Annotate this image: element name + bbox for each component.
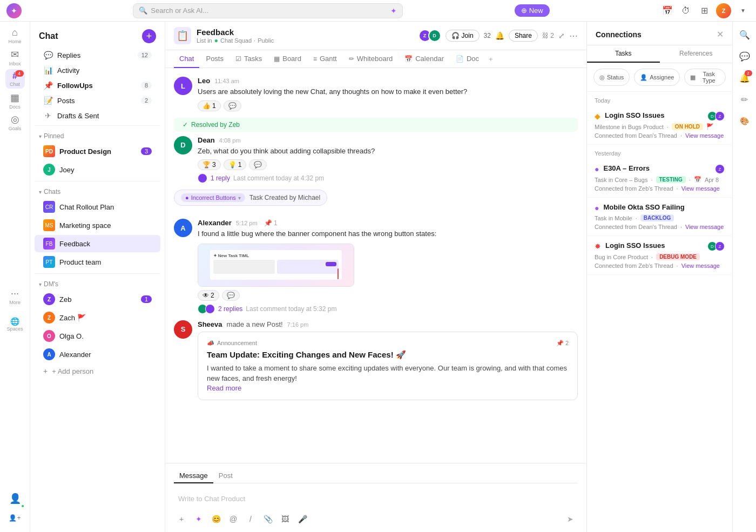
filter-task-type[interactable]: ▦ Task Type <box>684 69 726 86</box>
reaction-add[interactable]: 💬 <box>224 100 241 111</box>
add-person-item[interactable]: + + Add person <box>35 364 160 378</box>
attach-icon[interactable]: + <box>174 511 189 527</box>
view-message-link-1[interactable]: View message <box>685 132 724 139</box>
mic-icon[interactable]: 🎤 <box>295 511 310 527</box>
sidebar-item-product-team[interactable]: PT Product team <box>35 253 160 271</box>
filter-status[interactable]: ◎ Status <box>593 69 630 86</box>
user-profile-btn[interactable]: 👤 <box>5 489 25 508</box>
sidebar-item-drafts[interactable]: ✈ Drafts & Sent <box>35 109 160 123</box>
slash-icon[interactable]: / <box>243 511 258 527</box>
alexander-replies[interactable]: 2 replies Last comment today at 5:32 pm <box>198 304 578 314</box>
expand-icon[interactable]: ⤢ <box>558 31 565 40</box>
connections-icon[interactable]: ⛓ 2 <box>542 32 554 39</box>
reaction-thumbsup[interactable]: 👍 1 <box>198 100 221 111</box>
image-icon[interactable]: 🖼 <box>278 511 293 527</box>
new-button[interactable]: ⊕ New <box>515 4 550 17</box>
sidebar-item-replies[interactable]: 💬 Replies 12 <box>35 48 160 62</box>
sidebar-item-marketing-space[interactable]: MS Marketing space <box>35 217 160 234</box>
far-search-icon[interactable]: 🔍 <box>736 26 753 43</box>
tab-calendar[interactable]: 📅 Calendar <box>399 50 449 68</box>
sidebar-item-feedback[interactable]: FB Feedback <box>35 235 160 252</box>
dms-section[interactable]: ▾ DM's <box>30 276 165 290</box>
filter-assignee[interactable]: 👤 Assignee <box>634 69 680 86</box>
tab-posts[interactable]: Posts <box>200 50 229 68</box>
reaction-bulb[interactable]: 💡 1 <box>224 159 247 170</box>
connections-close-button[interactable]: ✕ <box>717 29 724 39</box>
view-message-link-3[interactable]: View message <box>685 224 724 230</box>
share-button[interactable]: Share <box>509 30 538 42</box>
chat-badge: 4 <box>15 70 24 77</box>
far-palette-icon[interactable]: 🎨 <box>736 112 753 130</box>
sidebar-item-zeb[interactable]: Z Zeb 1 <box>35 291 160 308</box>
timer-icon[interactable]: ⏱ <box>679 4 692 17</box>
bell-icon[interactable]: 🔔 <box>495 31 504 40</box>
sidebar-item-alexander[interactable]: A Alexander <box>35 346 160 363</box>
tab-board[interactable]: ▦ Board <box>268 50 307 68</box>
sidebar-item-posts[interactable]: 📝 Posts 2 <box>35 93 160 107</box>
far-activity-icon[interactable]: 🔔 2 <box>736 69 753 86</box>
reaction-eye[interactable]: 👁 2 <box>198 290 219 301</box>
sidebar-add-button[interactable]: + <box>142 29 156 43</box>
sidebar-item-product-design[interactable]: PD Product Design 3 <box>35 143 160 160</box>
sidebar-item-docs[interactable]: ▦ Docs <box>5 91 25 110</box>
app-logo[interactable]: ✦ <box>6 3 22 18</box>
tab-tasks[interactable]: ☑ Tasks <box>230 50 267 68</box>
tab-tasks-label: Tasks <box>244 55 262 63</box>
pinned-section[interactable]: ▾ Pinned <box>30 128 165 142</box>
chevron-task: ▾ <box>238 195 241 201</box>
docs-icon: ▦ <box>10 92 19 104</box>
reaction-chat-2[interactable]: 💬 <box>222 290 240 301</box>
view-message-link-4[interactable]: View message <box>681 262 720 269</box>
sidebar-item-chat[interactable]: 4 # Chat <box>5 69 25 89</box>
message-input-box[interactable]: Write to Chat Product <box>174 488 578 509</box>
input-tab-post[interactable]: Post <box>213 469 238 483</box>
more-options-icon[interactable]: ⋯ <box>569 31 578 41</box>
input-tab-message[interactable]: Message <box>174 469 213 483</box>
sidebar-item-activity[interactable]: 📊 Activity <box>35 63 160 77</box>
chevron-down-icon[interactable]: ▼ <box>737 4 750 17</box>
sidebar-item-followups[interactable]: 📌 FollowUps 8 <box>35 78 160 92</box>
sidebar-item-olga[interactable]: O Olga O. <box>35 327 160 345</box>
alexander-name: Alexander <box>198 219 232 227</box>
dean-replies[interactable]: 1 reply Last comment today at 4:32 pm <box>198 173 578 183</box>
send-button[interactable]: ➤ <box>563 511 578 527</box>
reaction-trophy[interactable]: 🏆 3 <box>198 159 221 170</box>
search-bar[interactable]: 🔍 Search or Ask AI... ✦ <box>133 3 403 18</box>
calendar-icon[interactable]: 📅 <box>661 4 674 17</box>
sidebar-item-inbox[interactable]: ✉ Inbox <box>5 48 25 67</box>
chats-section[interactable]: ▾ Chats <box>30 184 165 198</box>
sidebar-item-joey[interactable]: J Joey <box>35 161 160 178</box>
view-message-link-2[interactable]: View message <box>681 185 720 192</box>
read-more-link[interactable]: Read more <box>207 384 569 392</box>
bug-screenshot[interactable]: ✦ New Task TIML <box>198 244 354 287</box>
tab-whiteboard[interactable]: ✏ Whiteboard <box>343 50 398 68</box>
far-edit-icon[interactable]: ✏ <box>736 91 753 108</box>
task-badge[interactable]: ● Incorrect Buttons ▾ <box>181 193 245 202</box>
reaction-chat[interactable]: 💬 <box>249 159 267 170</box>
join-button[interactable]: 🎧 Join <box>446 30 480 42</box>
tab-chat[interactable]: Chat <box>174 50 199 68</box>
sidebar-item-goals[interactable]: ◎ Goals <box>5 112 25 132</box>
conn-tab-tasks[interactable]: Tasks <box>587 45 660 63</box>
login-sso-connected: Connected from Dean's Thread <box>595 132 677 139</box>
sidebar-item-zach[interactable]: Z Zach 🚩 <box>35 309 160 326</box>
add-user-btn[interactable]: 👤+ <box>5 508 25 528</box>
sidebar-item-more[interactable]: ··· More <box>5 287 25 306</box>
far-chat-icon[interactable]: 💬 <box>736 48 753 65</box>
dean-name: Dean <box>198 136 215 144</box>
emoji-icon[interactable]: 😊 <box>208 511 224 527</box>
conn-tab-references[interactable]: References <box>660 45 733 63</box>
sidebar-item-spaces[interactable]: 🌐 Spaces <box>5 315 25 334</box>
tab-doc[interactable]: 📄 Doc <box>450 50 484 68</box>
sidebar-item-home[interactable]: ⌂ Home <box>5 26 25 45</box>
apps-icon[interactable]: ⊞ <box>698 4 711 17</box>
tab-gantt[interactable]: ≡ Gantt <box>308 50 342 68</box>
tab-bar: Chat Posts ☑ Tasks ▦ Board ≡ Gantt ✏ Whi… <box>165 50 586 68</box>
tab-add-button[interactable]: + <box>485 51 496 68</box>
alexander-time: 5:12 pm <box>236 220 258 226</box>
mention-icon[interactable]: @ <box>226 511 241 527</box>
user-avatar[interactable]: Z <box>716 3 731 18</box>
paperclip-icon[interactable]: 📎 <box>260 511 275 527</box>
sidebar-item-chat-rollout[interactable]: CR Chat Rollout Plan <box>35 198 160 216</box>
sparkle-icon[interactable]: ✦ <box>191 511 206 527</box>
